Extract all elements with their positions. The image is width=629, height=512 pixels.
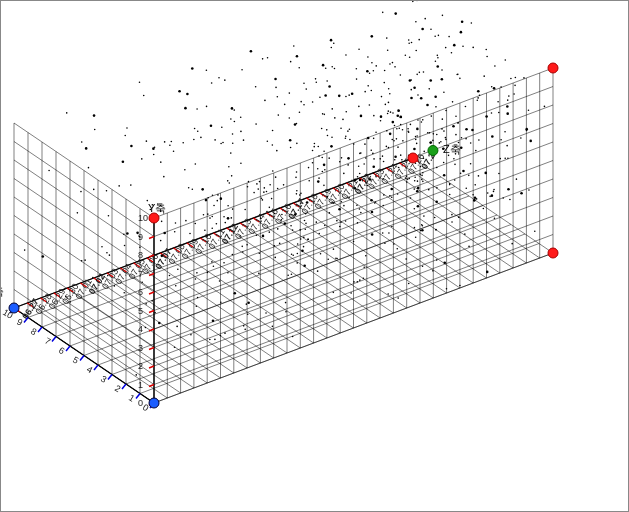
svg-point-308 — [528, 189, 530, 191]
svg-point-768 — [472, 194, 474, 196]
svg-point-750 — [266, 211, 268, 213]
svg-point-740 — [271, 198, 273, 200]
svg-point-652 — [449, 184, 451, 186]
svg-point-856 — [304, 228, 306, 230]
svg-point-409 — [298, 67, 300, 69]
svg-point-618 — [509, 199, 511, 201]
svg-point-524 — [470, 142, 472, 144]
z-axis-label: Z축 — [443, 143, 461, 155]
y-tick-label: 6 — [138, 287, 143, 297]
svg-point-452 — [64, 288, 66, 290]
svg-point-192 — [259, 181, 261, 183]
svg-point-775 — [486, 271, 489, 274]
svg-point-789 — [312, 162, 314, 164]
svg-point-352 — [419, 174, 421, 176]
svg-point-252 — [213, 265, 215, 267]
svg-point-720 — [191, 67, 194, 70]
svg-point-677 — [327, 196, 329, 198]
svg-point-469 — [360, 212, 362, 214]
svg-point-642 — [220, 301, 222, 303]
svg-point-475 — [420, 230, 422, 232]
svg-point-499 — [277, 96, 279, 98]
svg-point-487 — [389, 195, 391, 197]
svg-point-536 — [384, 70, 386, 72]
svg-point-753 — [92, 277, 94, 279]
svg-point-393 — [434, 36, 436, 38]
svg-point-314 — [267, 57, 269, 59]
svg-point-564 — [479, 95, 481, 97]
svg-point-680 — [391, 196, 393, 198]
svg-point-690 — [415, 236, 417, 238]
svg-point-400 — [333, 248, 335, 250]
svg-point-572 — [268, 231, 270, 233]
svg-point-787 — [303, 237, 305, 239]
svg-point-689 — [275, 87, 277, 89]
x-tick-label: 6 — [57, 345, 66, 356]
svg-point-454 — [289, 139, 292, 142]
svg-point-796 — [365, 157, 367, 159]
svg-point-502 — [392, 112, 394, 114]
svg-point-213 — [247, 186, 249, 188]
svg-point-220 — [308, 180, 310, 182]
svg-point-745 — [213, 205, 215, 207]
svg-point-357 — [24, 249, 26, 251]
svg-point-483 — [421, 179, 423, 181]
svg-point-577 — [435, 229, 437, 231]
svg-point-347 — [66, 112, 68, 114]
svg-point-290 — [528, 109, 530, 111]
svg-point-496 — [220, 143, 222, 145]
svg-point-248 — [304, 220, 306, 222]
svg-point-489 — [523, 77, 525, 79]
svg-point-298 — [255, 86, 257, 88]
svg-point-542 — [367, 137, 370, 140]
svg-point-354 — [331, 136, 333, 138]
svg-point-456 — [392, 121, 395, 124]
svg-point-197 — [296, 55, 299, 58]
svg-point-450 — [439, 142, 441, 144]
svg-point-657 — [216, 200, 218, 202]
svg-point-732 — [323, 164, 326, 167]
svg-point-777 — [412, 1, 414, 2]
svg-point-770 — [216, 223, 218, 225]
svg-point-735 — [440, 141, 442, 143]
svg-point-395 — [174, 346, 176, 348]
svg-line-156 — [149, 311, 154, 313]
svg-point-710 — [197, 130, 199, 132]
svg-point-604 — [274, 257, 276, 259]
svg-point-523 — [313, 146, 315, 148]
svg-point-263 — [259, 253, 261, 255]
svg-point-616 — [363, 266, 365, 268]
svg-point-579 — [366, 70, 369, 73]
svg-point-251 — [308, 167, 310, 169]
svg-point-493 — [354, 187, 357, 190]
svg-point-517 — [264, 187, 266, 189]
svg-point-521 — [386, 37, 388, 39]
svg-point-246 — [356, 78, 358, 80]
svg-point-570 — [93, 114, 96, 117]
svg-point-211 — [247, 313, 249, 315]
svg-point-832 — [468, 175, 470, 177]
svg-point-744 — [263, 191, 265, 193]
svg-point-264 — [470, 163, 472, 165]
svg-point-842 — [508, 95, 510, 97]
x-tick-label: 5 — [71, 355, 80, 366]
svg-point-776 — [296, 190, 298, 192]
svg-point-645 — [458, 216, 460, 218]
svg-point-675 — [182, 142, 184, 144]
svg-point-737 — [421, 28, 424, 31]
svg-point-299 — [232, 142, 234, 144]
svg-point-199 — [370, 150, 372, 152]
svg-point-503 — [336, 258, 338, 260]
svg-point-294 — [465, 138, 467, 140]
svg-point-610 — [394, 12, 397, 15]
svg-point-413 — [246, 303, 248, 305]
svg-point-736 — [394, 155, 397, 158]
svg-point-447 — [292, 254, 294, 256]
svg-point-608 — [498, 173, 500, 175]
svg-point-190 — [373, 172, 375, 174]
svg-point-641 — [360, 115, 363, 118]
svg-point-678 — [408, 39, 410, 41]
svg-point-421 — [410, 124, 412, 126]
svg-point-548 — [401, 159, 403, 161]
svg-point-181 — [384, 242, 386, 244]
